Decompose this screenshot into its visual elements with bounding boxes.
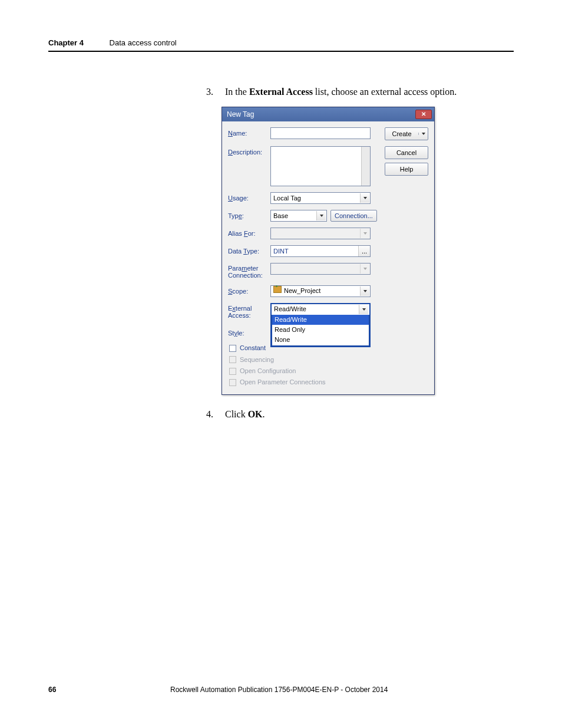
data-type-input-wrap: ... <box>270 245 371 257</box>
cancel-button[interactable]: Cancel <box>385 146 428 159</box>
dialog-titlebar: New Tag ✕ <box>222 107 434 121</box>
name-input[interactable] <box>270 127 371 139</box>
type-combo[interactable]: Base <box>270 210 327 222</box>
help-button[interactable]: Help <box>385 163 428 176</box>
connection-button[interactable]: Connection... <box>330 210 377 222</box>
external-access-dropdown-list: Read/Write Read Only None <box>272 315 369 346</box>
create-dropdown-icon[interactable] <box>418 133 428 135</box>
usage-label: Usage: <box>228 192 270 203</box>
page-number: 66 <box>48 686 56 694</box>
external-access-combo[interactable]: Read/Write Read/Write Read Only None <box>270 303 371 347</box>
step-number: 4. <box>206 408 214 421</box>
project-icon <box>273 286 282 293</box>
description-textarea[interactable] <box>270 146 371 186</box>
param-conn-label: ParameterConnection: <box>228 263 270 279</box>
scope-label: Scope: <box>228 285 270 296</box>
external-access-label: ExternalAccess: <box>228 303 270 319</box>
type-label: Type: <box>228 210 270 220</box>
chevron-down-icon <box>359 305 368 314</box>
step-4: 4. Click OK. <box>206 408 513 421</box>
chevron-down-icon <box>360 229 369 238</box>
checkbox-icon <box>229 379 236 386</box>
chevron-down-icon <box>360 264 369 274</box>
external-access-option[interactable]: Read/Write <box>272 315 369 325</box>
body-content: 3. In the External Access list, choose a… <box>206 85 513 428</box>
external-access-option[interactable]: Read Only <box>272 325 369 335</box>
chevron-down-icon <box>316 211 326 220</box>
external-access-option[interactable]: None <box>272 335 369 345</box>
checkbox-icon <box>229 368 236 375</box>
dialog-title-text: New Tag <box>227 110 254 120</box>
name-label: Name: <box>228 127 270 138</box>
close-button[interactable]: ✕ <box>415 110 432 119</box>
step-3: 3. In the External Access list, choose a… <box>206 85 513 98</box>
create-button[interactable]: Create <box>385 127 428 140</box>
chevron-down-icon <box>360 286 369 296</box>
section-title: Data access control <box>110 38 177 47</box>
sequencing-checkbox-row: Sequencing <box>229 355 428 364</box>
param-conn-combo <box>270 263 371 275</box>
chevron-down-icon <box>360 193 369 203</box>
dialog-body: Name: Create Description: <box>222 121 434 394</box>
data-type-label: Data Type: <box>228 245 270 256</box>
alias-for-label: Alias For: <box>228 228 270 238</box>
new-tag-dialog: New Tag ✕ Name: Create Description: <box>222 107 435 394</box>
scroll-up-icon[interactable] <box>365 149 368 151</box>
page-footer: 66 Rockwell Automation Publication 1756-… <box>48 686 514 694</box>
scroll-down-icon[interactable] <box>365 181 368 183</box>
checkbox-icon <box>229 345 236 352</box>
chapter-label: Chapter 4 <box>48 38 84 47</box>
checkbox-icon <box>229 356 236 363</box>
step-number: 3. <box>206 85 214 98</box>
page-header: Chapter 4 Data access control <box>48 38 514 52</box>
data-type-browse-button[interactable]: ... <box>358 246 370 256</box>
description-label: Description: <box>228 146 270 157</box>
open-config-checkbox-row: Open Configuration <box>229 367 428 375</box>
alias-for-combo <box>270 228 371 239</box>
usage-combo[interactable]: Local Tag <box>270 192 371 204</box>
data-type-input[interactable] <box>271 246 358 256</box>
publication-info: Rockwell Automation Publication 1756-PM0… <box>56 686 502 694</box>
style-label: Style: <box>228 327 270 338</box>
step-text: Click OK. <box>225 408 265 421</box>
open-param-conn-checkbox-row: Open Parameter Connections <box>229 378 428 387</box>
step-text: In the External Access list, choose an e… <box>225 85 457 98</box>
scope-combo[interactable]: New_Project <box>270 285 371 297</box>
